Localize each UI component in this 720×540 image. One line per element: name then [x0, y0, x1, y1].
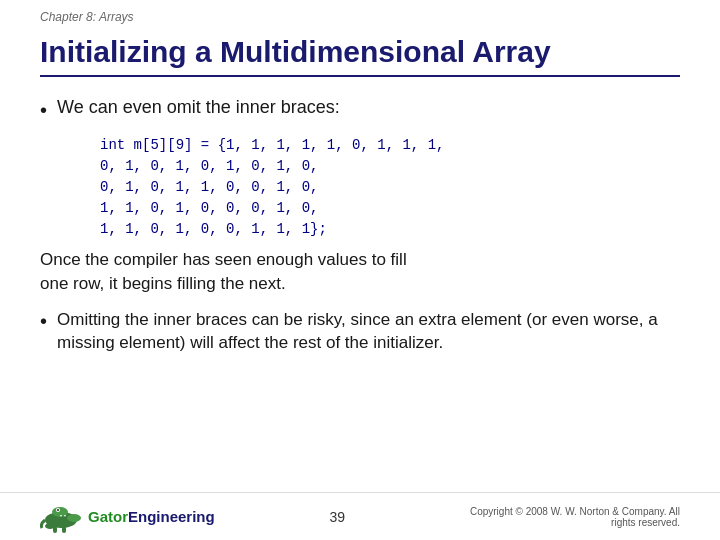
code-line-3: 0, 1, 0, 1, 1, 0, 0, 1, 0,: [100, 177, 680, 198]
compiler-line-2: one row, it begins filling the next.: [40, 274, 286, 293]
code-line-4: 1, 1, 0, 1, 0, 0, 0, 1, 0,: [100, 198, 680, 219]
brand-gator: Gator: [88, 508, 128, 525]
brand-engineering: Engineering: [128, 508, 215, 525]
bullet-1-text: We can even omit the inner braces:: [57, 97, 340, 118]
code-line-5: 1, 1, 0, 1, 0, 0, 1, 1, 1};: [100, 219, 680, 240]
footer-page-number: 39: [215, 509, 460, 525]
bullet-2-text: Omitting the inner braces can be risky, …: [57, 308, 680, 356]
bullet-dot-2: •: [40, 308, 47, 334]
code-line-2: 0, 1, 0, 1, 0, 1, 0, 1, 0,: [100, 156, 680, 177]
footer-copyright: Copyright © 2008 W. W. Norton & Company.…: [460, 506, 680, 528]
bullet-2: • Omitting the inner braces can be risky…: [40, 308, 680, 356]
chapter-label: Chapter 8: Arrays: [40, 10, 134, 24]
gator-icon: [40, 498, 82, 536]
compiler-line-1: Once the compiler has seen enough values…: [40, 250, 407, 269]
svg-point-1: [67, 514, 81, 522]
footer-brand: GatorEngineering: [88, 508, 215, 525]
svg-rect-7: [62, 526, 66, 533]
bullet-1: • We can even omit the inner braces:: [40, 97, 680, 123]
footer: GatorEngineering 39 Copyright © 2008 W. …: [0, 492, 720, 540]
main-content: Initializing a Multidimensional Array • …: [40, 35, 680, 490]
svg-rect-6: [53, 526, 57, 533]
code-block: int m[5][9] = {1, 1, 1, 1, 1, 0, 1, 1, 1…: [100, 135, 680, 240]
code-line-1: int m[5][9] = {1, 1, 1, 1, 1, 0, 1, 1, 1…: [100, 135, 680, 156]
page-title: Initializing a Multidimensional Array: [40, 35, 680, 77]
compiler-text: Once the compiler has seen enough values…: [40, 248, 680, 296]
svg-point-5: [57, 509, 59, 511]
footer-logo: GatorEngineering: [40, 498, 215, 536]
bullet-dot-1: •: [40, 97, 47, 123]
